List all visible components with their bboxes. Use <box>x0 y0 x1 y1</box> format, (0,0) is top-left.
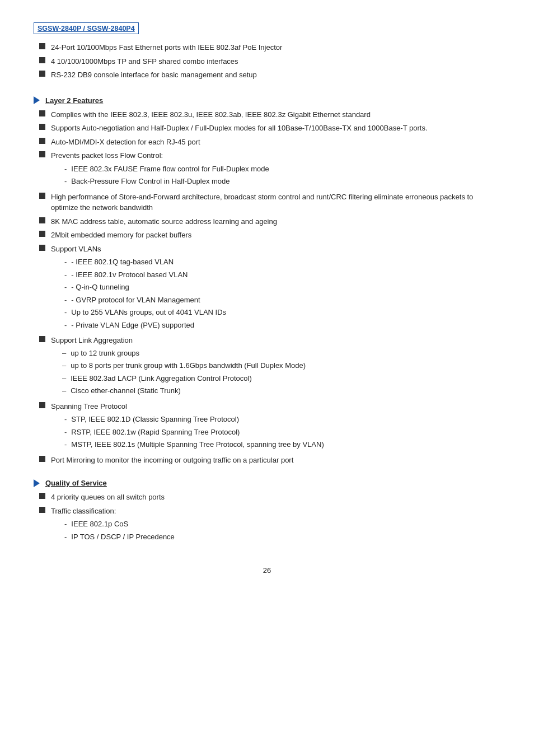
square-bullet <box>39 138 45 144</box>
dash-icon: - <box>64 439 67 450</box>
sub-list: - IEEE 802.3x FAUSE Frame flow control f… <box>51 164 500 187</box>
sub-item-text: IEEE 802.1p CoS <box>71 519 500 530</box>
list-item: 4 10/100/1000Mbps TP and SFP shared comb… <box>34 56 500 67</box>
dash-icon: – <box>62 385 66 396</box>
list-item: High performance of Store-and-Forward ar… <box>34 192 500 213</box>
page-content: SGSW-2840P / SGSW-2840P4 24-Port 10/100M… <box>34 22 500 575</box>
list-item: 4 priority queues on all switch ports <box>34 492 500 503</box>
dash-icon: - <box>64 256 67 268</box>
sub-list-item: – up to 8 ports per trunk group with 1.6… <box>62 360 500 371</box>
item-text: Support VLANs <box>51 245 101 253</box>
product-title-box: SGSW-2840P / SGSW-2840P4 <box>34 22 139 34</box>
sub-list-item: - Back-Pressure Flow Control in Half-Dup… <box>64 176 500 187</box>
dash-icon: - <box>64 307 67 318</box>
sub-list: - - IEEE 802.1Q tag-based VLAN - - IEEE … <box>51 256 500 330</box>
item-text: Prevents packet loss Flow Control: <box>51 151 163 160</box>
sub-sub-list: – up to 12 trunk groups – up to 8 ports … <box>51 348 500 396</box>
square-bullet <box>39 507 45 513</box>
item-text-block: Prevents packet loss Flow Control: - IEE… <box>51 150 500 189</box>
sub-item-text: IEEE 802.3ad LACP (Link Aggregation Cont… <box>71 373 500 384</box>
sub-list-item: - MSTP, IEEE 802.1s (Multiple Spanning T… <box>64 439 500 450</box>
product-section: SGSW-2840P / SGSW-2840P4 24-Port 10/100M… <box>34 22 500 81</box>
square-bullet <box>39 110 45 116</box>
sub-item-text: - Q-in-Q tunneling <box>71 282 500 293</box>
sub-item-text: - Private VLAN Edge (PVE) supported <box>71 320 500 331</box>
dash-icon: - <box>64 164 67 175</box>
dash-icon: - <box>64 282 67 293</box>
sub-list-item: - - IEEE 802.1Q tag-based VLAN <box>64 256 500 268</box>
product-title: SGSW-2840P / SGSW-2840P4 <box>38 25 135 32</box>
layer2-header: Layer 2 Features <box>34 96 500 105</box>
dash-icon: - <box>64 269 67 281</box>
sub-list-item: – Cisco ether-channel (Static Trunk) <box>62 385 500 396</box>
sub-item-text: RSTP, IEEE 802.1w (Rapid Spanning Tree P… <box>71 427 500 438</box>
dash-icon: - <box>64 414 67 425</box>
sub-list-item: – up to 12 trunk groups <box>62 348 500 359</box>
page-number: 26 <box>34 566 500 575</box>
list-item: Port Mirroring to monitor the incoming o… <box>34 455 500 466</box>
item-text: Spanning Tree Protocol <box>51 402 127 410</box>
sub-list-item: - - Private VLAN Edge (PVE) supported <box>64 320 500 331</box>
qos-bullet-list: 4 priority queues on all switch ports Tr… <box>34 492 500 544</box>
item-text: Complies with the IEEE 802.3, IEEE 802.3… <box>51 109 500 120</box>
dash-icon: - <box>64 519 67 530</box>
layer2-section: Layer 2 Features Complies with the IEEE … <box>34 96 500 466</box>
list-item: Prevents packet loss Flow Control: - IEE… <box>34 150 500 189</box>
sub-item-text: Cisco ether-channel (Static Trunk) <box>71 385 500 396</box>
item-text: Traffic classification: <box>51 507 116 515</box>
sub-item-text: Back-Pressure Flow Control in Half-Duple… <box>71 176 500 187</box>
list-item: Auto-MDI/MDI-X detection for each RJ-45 … <box>34 137 500 148</box>
sub-item-text: MSTP, IEEE 802.1s (Multiple Spanning Tre… <box>71 439 500 450</box>
section-arrow-icon <box>34 479 40 487</box>
item-text: High performance of Store-and-Forward ar… <box>51 192 500 213</box>
item-text: Auto-MDI/MDI-X detection for each RJ-45 … <box>51 137 500 148</box>
sub-item-text: - IEEE 802.1v Protocol based VLAN <box>71 269 500 281</box>
dash-icon: - <box>64 295 67 306</box>
product-bullet-list: 24-Port 10/100Mbps Fast Ethernet ports w… <box>34 42 500 81</box>
sub-item-text: Up to 255 VLANs groups, out of 4041 VLAN… <box>71 307 500 318</box>
list-item: Spanning Tree Protocol - STP, IEEE 802.1… <box>34 401 500 452</box>
section-arrow-icon <box>34 96 40 104</box>
sub-list-item: - IP TOS / DSCP / IP Precedence <box>64 531 500 543</box>
square-bullet <box>39 402 45 408</box>
qos-header: Quality of Service <box>34 479 500 487</box>
sub-list: - IEEE 802.1p CoS - IP TOS / DSCP / IP P… <box>51 519 500 542</box>
sub-list-item: - - Q-in-Q tunneling <box>64 282 500 293</box>
list-item: 24-Port 10/100Mbps Fast Ethernet ports w… <box>34 42 500 53</box>
item-text-block: Support Link Aggregation – up to 12 trun… <box>51 335 500 398</box>
square-bullet <box>39 43 45 49</box>
sub-list-item: - IEEE 802.1p CoS <box>64 519 500 530</box>
square-bullet <box>39 231 45 237</box>
dash-icon: - <box>64 176 67 187</box>
item-text-block: Spanning Tree Protocol - STP, IEEE 802.1… <box>51 401 500 452</box>
dash-icon: - <box>64 531 67 543</box>
square-bullet <box>39 217 45 223</box>
item-text: 4 10/100/1000Mbps TP and SFP shared comb… <box>51 56 500 67</box>
dash-icon: – <box>62 373 66 384</box>
square-bullet <box>39 57 45 63</box>
sub-list-item: - RSTP, IEEE 802.1w (Rapid Spanning Tree… <box>64 427 500 438</box>
item-text-block: Traffic classification: - IEEE 802.1p Co… <box>51 506 500 544</box>
square-bullet <box>39 336 45 342</box>
sub-item-text: up to 12 trunk groups <box>71 348 500 359</box>
item-text: 24-Port 10/100Mbps Fast Ethernet ports w… <box>51 42 500 53</box>
layer2-title: Layer 2 Features <box>45 96 103 105</box>
square-bullet <box>39 245 45 251</box>
sub-item-text: up to 8 ports per trunk group with 1.6Gb… <box>71 360 500 371</box>
list-item: Traffic classification: - IEEE 802.1p Co… <box>34 506 500 544</box>
list-item: Support VLANs - - IEEE 802.1Q tag-based … <box>34 244 500 333</box>
item-text: 4 priority queues on all switch ports <box>51 492 500 503</box>
sub-item-text: - GVRP protocol for VLAN Management <box>71 295 500 306</box>
qos-title: Quality of Service <box>45 479 107 487</box>
sub-item-text: IEEE 802.3x FAUSE Frame flow control for… <box>71 164 500 175</box>
sub-list-item: - Up to 255 VLANs groups, out of 4041 VL… <box>64 307 500 318</box>
list-item: 8K MAC address table, automatic source a… <box>34 216 500 227</box>
qos-section: Quality of Service 4 priority queues on … <box>34 479 500 544</box>
list-item: Support Link Aggregation – up to 12 trun… <box>34 335 500 398</box>
square-bullet <box>39 124 45 130</box>
sub-list: - STP, IEEE 802.1D (Classic Spanning Tre… <box>51 414 500 450</box>
sub-list-item: - - IEEE 802.1v Protocol based VLAN <box>64 269 500 281</box>
square-bullet <box>39 493 45 499</box>
item-text: 8K MAC address table, automatic source a… <box>51 216 500 227</box>
sub-list-item: - - GVRP protocol for VLAN Management <box>64 295 500 306</box>
